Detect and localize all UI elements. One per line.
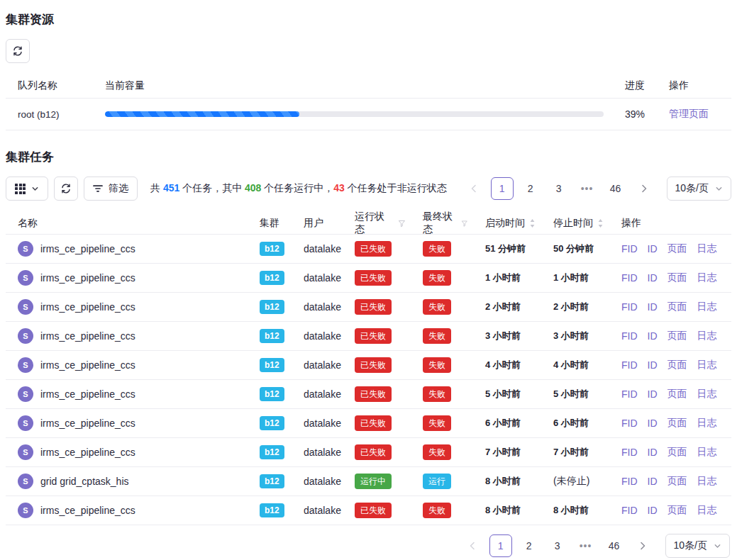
start-time: 6 小时前 <box>474 417 542 430</box>
pagination-page-1[interactable]: 1 <box>491 177 514 200</box>
page-link[interactable]: 页面 <box>667 359 687 371</box>
user-cell: datalake <box>292 330 343 342</box>
id-link[interactable]: ID <box>648 359 658 371</box>
id-link[interactable]: ID <box>648 388 658 400</box>
log-link[interactable]: 日志 <box>697 271 717 284</box>
log-link[interactable]: 日志 <box>697 475 717 488</box>
tasks-table-body: S irms_ce_pipeline_ccs b12 datalake 已失败 … <box>6 235 731 525</box>
fid-link[interactable]: FID <box>621 476 638 487</box>
row-actions: FID ID 页面 日志 <box>610 359 731 371</box>
stop-time: 6 小时前 <box>542 417 610 430</box>
page-link[interactable]: 页面 <box>667 271 687 284</box>
fid-link[interactable]: FID <box>621 243 638 254</box>
final-status-badge: 失败 <box>423 444 451 460</box>
pagination-ellipsis[interactable]: ••• <box>575 534 597 557</box>
pagination-page-2[interactable]: 2 <box>518 534 541 557</box>
page-size-select[interactable]: 10条/页 <box>667 177 731 201</box>
refresh-icon <box>12 45 23 57</box>
task-name: irms_ce_pipeline_ccs <box>40 388 135 400</box>
pagination-prev[interactable] <box>462 177 485 200</box>
name-cell: S irms_ce_pipeline_ccs <box>6 415 248 431</box>
col-final-status[interactable]: 最终状态 <box>411 211 474 236</box>
sorter-icon[interactable] <box>597 218 604 228</box>
log-link[interactable]: 日志 <box>697 388 717 401</box>
id-link[interactable]: ID <box>648 447 658 458</box>
log-link[interactable]: 日志 <box>697 446 717 459</box>
pagination-page-1[interactable]: 1 <box>489 534 512 557</box>
page-link[interactable]: 页面 <box>667 446 687 459</box>
pagination-page-last[interactable]: 46 <box>603 534 626 557</box>
fid-link[interactable]: FID <box>621 505 638 516</box>
fid-link[interactable]: FID <box>621 388 638 400</box>
log-link[interactable]: 日志 <box>697 504 717 517</box>
resources-table: 队列名称 当前容量 进度 操作 root (b12) 39% 管理页面 <box>6 73 731 130</box>
page-link[interactable]: 页面 <box>667 417 687 430</box>
filter-button[interactable]: 筛选 <box>84 177 138 201</box>
task-name: irms_ce_pipeline_ccs <box>40 301 135 313</box>
id-link[interactable]: ID <box>648 301 658 313</box>
pagination-next[interactable] <box>633 177 655 200</box>
page-link[interactable]: 页面 <box>667 475 687 488</box>
tasks-refresh-button[interactable] <box>54 177 78 201</box>
page-link[interactable]: 页面 <box>667 330 687 342</box>
col-start-time[interactable]: 启动时间 <box>474 217 542 230</box>
pagination-prev[interactable] <box>461 534 484 557</box>
pagination-page-3[interactable]: 3 <box>546 534 569 557</box>
stop-time: 4 小时前 <box>542 359 610 371</box>
page-size-select[interactable]: 10条/页 <box>665 534 730 558</box>
fid-link[interactable]: FID <box>621 447 638 458</box>
task-name: grid grid_cptask_his <box>40 476 129 487</box>
run-status-badge: 已失败 <box>355 241 392 257</box>
table-row: S irms_ce_pipeline_ccs b12 datalake 已失败 … <box>6 496 731 525</box>
page-link[interactable]: 页面 <box>667 388 687 401</box>
manage-page-link[interactable]: 管理页面 <box>669 108 709 121</box>
fid-link[interactable]: FID <box>621 330 638 342</box>
id-link[interactable]: ID <box>648 243 658 254</box>
page-link[interactable]: 页面 <box>667 504 687 517</box>
filter-funnel-icon[interactable] <box>398 220 406 228</box>
final-status-badge: 运行 <box>423 474 451 489</box>
col-run-status[interactable]: 运行状态 <box>343 211 411 236</box>
row-actions: FID ID 页面 日志 <box>610 271 731 284</box>
log-link[interactable]: 日志 <box>697 242 717 255</box>
pagination-bottom: 1 2 3 ••• 46 10条/页 <box>461 534 730 558</box>
pagination-page-3[interactable]: 3 <box>548 177 570 200</box>
col-current-capacity: 当前容量 <box>94 79 614 92</box>
task-name: irms_ce_pipeline_ccs <box>40 359 135 371</box>
log-link[interactable]: 日志 <box>697 417 717 430</box>
id-link[interactable]: ID <box>648 330 658 342</box>
table-row: S irms_ce_pipeline_ccs b12 datalake 已失败 … <box>6 438 731 467</box>
id-link[interactable]: ID <box>648 505 658 516</box>
fid-link[interactable]: FID <box>621 359 638 371</box>
id-link[interactable]: ID <box>648 476 658 487</box>
id-link[interactable]: ID <box>648 272 658 284</box>
page-link[interactable]: 页面 <box>667 301 687 313</box>
col-queue-name: 队列名称 <box>6 79 94 92</box>
log-link[interactable]: 日志 <box>697 330 717 342</box>
task-name: irms_ce_pipeline_ccs <box>40 272 135 284</box>
row-actions: FID ID 页面 日志 <box>610 446 731 459</box>
run-status-badge: 已失败 <box>355 270 392 286</box>
fid-link[interactable]: FID <box>621 272 638 284</box>
resource-row: root (b12) 39% 管理页面 <box>6 99 731 130</box>
pagination-ellipsis[interactable]: ••• <box>576 177 599 200</box>
fid-link[interactable]: FID <box>621 301 638 313</box>
id-link[interactable]: ID <box>648 418 658 429</box>
log-link[interactable]: 日志 <box>697 359 717 371</box>
pagination-next[interactable] <box>631 534 654 557</box>
col-stop-time[interactable]: 停止时间 <box>542 217 610 230</box>
run-status-cell: 已失败 <box>343 415 411 431</box>
col-start-time-label: 启动时间 <box>485 217 525 230</box>
cluster-badge: b12 <box>260 503 284 517</box>
sorter-icon[interactable] <box>529 218 536 228</box>
resources-refresh-button[interactable] <box>6 39 30 63</box>
pagination-page-2[interactable]: 2 <box>519 177 542 200</box>
layout-switcher-button[interactable] <box>6 177 48 201</box>
pagination-page-last[interactable]: 46 <box>604 177 627 200</box>
page-link[interactable]: 页面 <box>667 242 687 255</box>
filter-funnel-icon[interactable] <box>461 220 468 228</box>
name-cell: S irms_ce_pipeline_ccs <box>6 444 248 460</box>
log-link[interactable]: 日志 <box>697 301 717 313</box>
tasks-table-footer: 1 2 3 ••• 46 10条/页 <box>6 534 731 558</box>
fid-link[interactable]: FID <box>621 418 638 429</box>
